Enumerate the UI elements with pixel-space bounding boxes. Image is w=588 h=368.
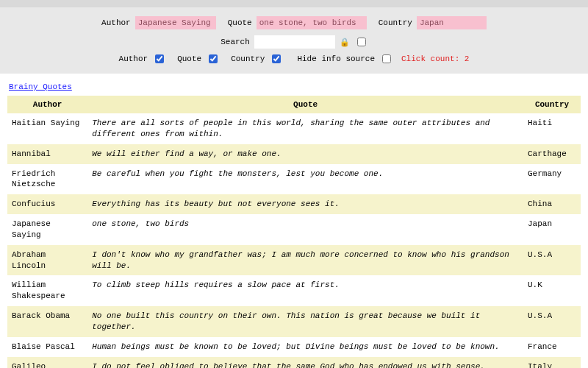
filter-row: Author Quote Country: [0, 13, 588, 32]
hide-info-checkbox[interactable]: [382, 54, 391, 63]
toggle-row: Author Quote Country Hide info source Cl…: [0, 52, 588, 66]
cell-quote: one stone, two birds: [87, 214, 523, 245]
cell-author: Galileo Galilei: [7, 357, 87, 368]
cell-country: France: [523, 337, 581, 357]
click-count: Click count: 2: [401, 54, 469, 63]
cell-author: Japanese Saying: [7, 214, 87, 245]
quote-toggle-label: Quote: [177, 54, 201, 63]
cell-quote: Human beings must be known to be loved; …: [87, 337, 523, 357]
cell-country: Carthage: [523, 144, 581, 164]
table-row[interactable]: Blaise PascalHuman beings must be known …: [7, 337, 581, 357]
table-header-row: Author Quote Country: [7, 96, 581, 113]
cell-author: Abraham Lincoln: [7, 245, 87, 276]
table-row[interactable]: ConfuciusEverything has its beauty but n…: [7, 194, 581, 214]
table-row[interactable]: Friedrich NietzscheBe careful when you f…: [7, 164, 581, 195]
cell-author: Hannibal: [7, 144, 87, 164]
author-filter-input[interactable]: [135, 16, 216, 29]
author-toggle-label: Author: [119, 54, 148, 63]
quote-filter-input[interactable]: [257, 16, 367, 29]
search-input[interactable]: [254, 35, 335, 49]
author-filter-label: Author: [101, 18, 131, 27]
cell-country: U.S.A: [523, 245, 581, 276]
cell-author: Confucius: [7, 194, 87, 214]
cell-country: China: [523, 194, 581, 214]
hide-info-label: Hide info source: [297, 54, 375, 63]
cell-country: U.K: [523, 275, 581, 306]
cell-country: Germany: [523, 164, 581, 195]
quotes-table: Author Quote Country Haitian SayingThere…: [7, 96, 581, 368]
cell-quote: No one built this country on their own. …: [87, 306, 523, 337]
cell-quote: There are all sorts of people in this wo…: [87, 113, 523, 144]
table-row[interactable]: Barack ObamaNo one built this country on…: [7, 306, 581, 337]
table-row[interactable]: Japanese Sayingone stone, two birdsJapan: [7, 214, 581, 245]
cell-author: Blaise Pascal: [7, 337, 87, 357]
cell-quote: I don't know who my grandfather was; I a…: [87, 245, 523, 276]
lock-icon: 🔒: [340, 38, 350, 47]
table-row[interactable]: Galileo GalileiI do not feel obliged to …: [7, 357, 581, 368]
country-toggle-label: Country: [231, 54, 265, 63]
cell-quote: I do not feel obliged to believe that th…: [87, 357, 523, 368]
table-row[interactable]: Abraham LincolnI don't know who my grand…: [7, 245, 581, 276]
author-toggle-checkbox[interactable]: [155, 54, 164, 63]
cell-quote: Be careful when you fight the monsters, …: [87, 164, 523, 195]
cell-country: U.S.A: [523, 306, 581, 337]
table-row[interactable]: William ShakespeareTo climb steep hills …: [7, 275, 581, 306]
quote-filter-label: Quote: [228, 18, 252, 27]
header-country[interactable]: Country: [523, 96, 581, 113]
table-row[interactable]: Haitian SayingThere are all sorts of peo…: [7, 113, 581, 144]
country-filter-label: Country: [379, 18, 412, 27]
header-author[interactable]: Author: [7, 96, 87, 113]
search-label: Search: [220, 38, 250, 46]
window-chrome: [0, 0, 588, 7]
cell-country: Italy: [523, 357, 581, 368]
table-row[interactable]: HannibalWe will either find a way, or ma…: [7, 144, 581, 164]
cell-quote: We will either find a way, or make one.: [87, 144, 523, 164]
cell-country: Japan: [523, 214, 581, 245]
filter-panel: Author Quote Country Search 🔒 Author Quo…: [0, 7, 588, 74]
cell-quote: Everything has its beauty but not everyo…: [87, 194, 523, 214]
header-quote[interactable]: Quote: [87, 96, 523, 113]
cell-quote: To climb steep hills requires a slow pac…: [87, 275, 523, 306]
content-area: Brainy Quotes Author Quote Country Haiti…: [0, 74, 588, 368]
cell-author: Barack Obama: [7, 306, 87, 337]
cell-country: Haiti: [523, 113, 581, 144]
search-row: Search 🔒: [0, 32, 588, 52]
country-toggle-checkbox[interactable]: [272, 54, 281, 63]
cell-author: William Shakespeare: [7, 275, 87, 306]
country-filter-input[interactable]: [417, 16, 487, 29]
search-lock-checkbox[interactable]: [357, 38, 366, 46]
quote-toggle-checkbox[interactable]: [209, 54, 218, 63]
cell-author: Friedrich Nietzsche: [7, 164, 87, 195]
cell-author: Haitian Saying: [7, 113, 87, 144]
brainy-quotes-link[interactable]: Brainy Quotes: [9, 82, 72, 91]
